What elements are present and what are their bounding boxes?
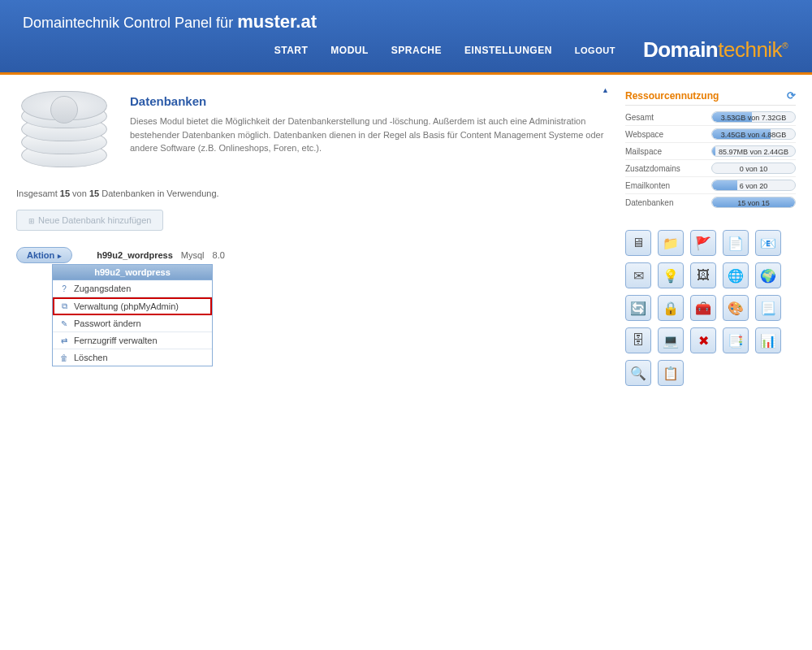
remote-icon: ⇄ [59,336,69,345]
resource-value: 3.53GB von 7.32GB [721,114,787,122]
document-icon[interactable]: 📃 [755,295,781,321]
plus-icon: ⊞ [28,217,35,225]
help-icon: ? [59,284,69,293]
brand-trademark: ® [782,41,788,50]
external-icon: ⧉ [59,301,69,311]
dropdown-item-fernzugriff[interactable]: ⇄ Fernzugriff verwalten [53,332,212,349]
trash-icon: 🗑 [59,353,69,362]
resource-value: 0 von 10 [740,165,768,173]
resource-value: 6 von 20 [740,182,768,190]
brand-part1: Domain [643,37,718,62]
page-icon[interactable]: 📑 [723,327,749,353]
database-row: Aktion h99u2_wordpress Mysql 8.0 h99u2_w… [16,247,609,263]
flag-icon[interactable]: 🚩 [690,230,716,256]
shortcut-grid: 🖥📁🚩📄📧✉💡🖼🌐🌍🔄🔒🧰🎨📃🗄💻✖📑📊🔍📋 [625,230,796,386]
resource-row-gesamt: Gesamt3.53GB von 7.32GB [625,109,796,126]
brand-logo: Domaintechnik® [643,37,788,63]
note-icon[interactable]: 📋 [658,360,684,386]
top-nav: START MODUL SPRACHE EINSTELLUNGEN LOGOUT… [16,29,796,67]
refresh-icon[interactable]: ⟳ [787,89,796,102]
monitor-icon[interactable]: 💻 [658,327,684,353]
resource-row-datenbanken: Datenbanken15 von 15 [625,194,796,210]
resource-label: Gesamt [625,113,654,122]
dropdown-item-loeschen[interactable]: 🗑 Löschen [53,349,212,366]
dropdown-item-verwaltung[interactable]: ⧉ Verwaltung (phpMyAdmin) [53,297,212,315]
dropdown-title: h99u2_wordpress [53,265,212,280]
header: Domaintechnik Control Panel für muster.a… [0,0,812,75]
db-version: 8.0 [213,250,225,260]
resource-label: Emailkonten [625,181,670,190]
database-icon[interactable]: 🗄 [625,327,651,353]
nav-start[interactable]: START [274,45,309,56]
resource-label: Webspace [625,130,663,139]
dropdown-item-passwort[interactable]: ✎ Passwort ändern [53,315,212,332]
nav-modul[interactable]: MODUL [330,45,369,56]
resource-value: 3.45GB von 4.88GB [721,131,787,139]
resource-label: Datenbanken [625,198,674,207]
resources-heading: Ressourcennutzung ⟳ [625,89,796,106]
brand-part2: technik [718,37,782,62]
resource-value: 15 von 15 [737,199,770,207]
resource-label: Mailspace [625,147,662,156]
world-icon[interactable]: 🌍 [755,262,781,288]
dropdown-item-zugangsdaten[interactable]: ? Zugangsdaten [53,280,212,297]
folder-icon[interactable]: 📁 [658,230,684,256]
sidebar: Ressourcennutzung ⟳ Gesamt3.53GB von 7.3… [625,89,796,386]
globe-mail-icon[interactable]: 🌐 [723,262,749,288]
nav-logout[interactable]: LOGOUT [575,46,615,55]
resource-bar: 6 von 20 [711,180,796,191]
file-icon[interactable]: 📄 [723,230,749,256]
resource-row-mailspace: Mailspace85.97MB von 2.44GB [625,143,796,160]
toolbox-icon[interactable]: 🧰 [690,295,716,321]
refresh-icon[interactable]: 🔄 [625,295,651,321]
resource-bar: 85.97MB von 2.44GB [711,145,796,157]
palette-icon[interactable]: 🎨 [723,295,749,321]
database-illustration [16,89,114,179]
server-icon[interactable]: 🖥 [625,230,651,256]
title-prefix: Domaintechnik Control Panel für [23,15,237,31]
resource-bar: 3.45GB von 4.88GB [711,128,796,140]
db-type: Mysql [181,250,205,260]
lock-icon[interactable]: 🔒 [658,295,684,321]
envelope-icon[interactable]: ✉ [625,262,651,288]
delete-icon[interactable]: ✖ [690,327,716,353]
search-icon[interactable]: 🔍 [625,360,651,386]
resource-row-zusatzdomains: Zusatzdomains0 von 10 [625,160,796,177]
key-icon: ✎ [59,319,69,328]
aktion-dropdown: h99u2_wordpress ? Zugangsdaten ⧉ Verwalt… [52,264,213,366]
usage-summary: Insgesamt 15 von 15 Datenbanken in Verwe… [16,188,609,198]
resource-label: Zusatzdomains [625,164,680,173]
mail-icon[interactable]: 📧 [755,230,781,256]
aktion-button[interactable]: Aktion [16,247,72,263]
resource-row-emailkonten: Emailkonten6 von 20 [625,177,796,194]
db-name: h99u2_wordpress [97,250,173,260]
chart-icon[interactable]: 📊 [755,327,781,353]
module-heading: Datenbanken [130,94,609,108]
resource-value: 85.97MB von 2.44GB [719,148,788,156]
title-domain: muster.at [237,11,317,32]
resource-bar: 0 von 10 [711,162,796,174]
bulb-icon[interactable]: 💡 [658,262,684,288]
resource-row-webspace: Webspace3.45GB von 4.88GB [625,126,796,143]
collapse-icon[interactable]: ▲ [602,86,609,94]
resource-bar: 15 von 15 [711,197,796,208]
picture-icon[interactable]: 🖼 [690,262,716,288]
nav-sprache[interactable]: SPRACHE [391,45,442,56]
nav-einstellungen[interactable]: EINSTELLUNGEN [464,45,552,56]
add-database-button[interactable]: ⊞Neue Datenbank hinzufügen [16,210,163,231]
resource-bar: 3.53GB von 7.32GB [711,111,796,123]
module-description: Dieses Modul bietet die Möglichkeit der … [130,115,609,155]
